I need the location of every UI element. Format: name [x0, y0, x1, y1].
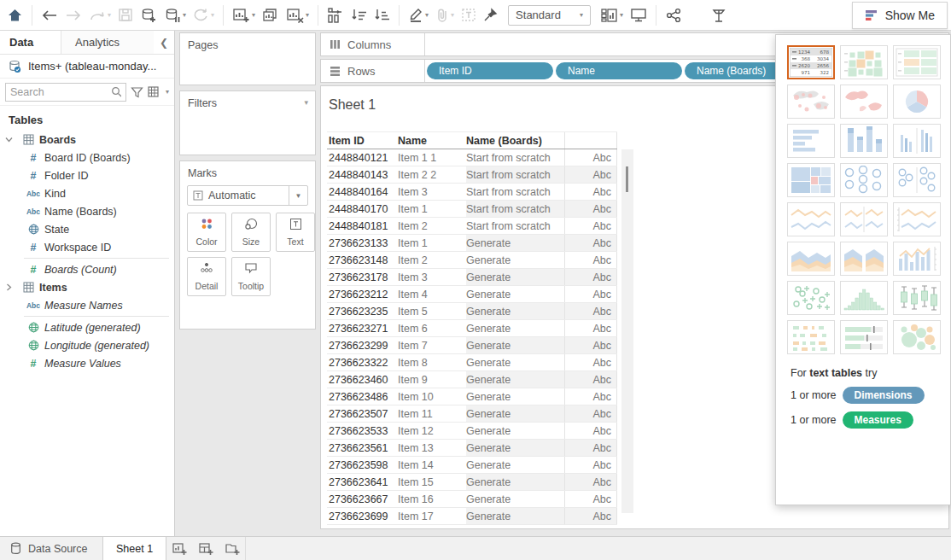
discrete-area-chart-thumbnail[interactable] — [840, 242, 888, 276]
table-cell[interactable]: 2736623533 — [327, 423, 398, 439]
table-cell[interactable]: Abc — [564, 440, 617, 456]
clear-sheet-icon[interactable]: ▾ — [283, 3, 312, 28]
table-cell[interactable]: Generate — [466, 286, 564, 302]
fix-axes-icon[interactable] — [480, 3, 501, 28]
collapse-pane-icon[interactable]: ❮ — [154, 31, 174, 54]
table-cell[interactable]: Generate — [466, 337, 564, 353]
table-cell[interactable]: Generate — [466, 269, 564, 285]
text-table-chart-thumbnail[interactable]: 1234678368303426202656971322 — [787, 45, 835, 79]
table-cell[interactable]: Generate — [466, 252, 564, 268]
table-cell[interactable]: Item 9 — [398, 371, 466, 388]
table-cell[interactable]: Abc — [564, 166, 617, 183]
circle-views-chart-thumbnail[interactable] — [840, 163, 888, 197]
table-cell[interactable]: Generate — [466, 405, 564, 422]
duplicate-icon[interactable] — [259, 3, 283, 28]
box-and-whisker-chart-thumbnail[interactable] — [893, 281, 941, 315]
table-cell[interactable]: Abc — [564, 201, 617, 217]
table-cell[interactable]: 2736623322 — [327, 354, 398, 370]
table-cell[interactable]: Generate — [466, 235, 564, 251]
table-cell[interactable]: Item 1 — [398, 235, 466, 251]
table-cell[interactable]: Abc — [564, 320, 617, 336]
pill-name[interactable]: Name — [556, 62, 682, 79]
new-data-source-icon[interactable] — [137, 3, 160, 28]
field-name-boards[interactable]: AbcName (Boards) — [0, 202, 174, 220]
table-cell[interactable]: 2736623148 — [327, 252, 398, 268]
table-cell[interactable]: Start from scratch — [466, 166, 564, 183]
field-folder-id[interactable]: #Folder ID — [0, 166, 174, 184]
table-cell[interactable]: Abc — [564, 457, 617, 473]
pause-auto-updates-icon[interactable]: ▾ — [160, 3, 190, 28]
size-button[interactable]: Size — [231, 213, 271, 252]
view-options-icon[interactable] — [148, 86, 160, 97]
table-boards[interactable]: Boards — [0, 131, 174, 149]
table-cell[interactable]: Generate — [466, 457, 564, 473]
mark-type-dropdown[interactable]: Automatic ▼ — [187, 185, 308, 206]
table-cell[interactable]: Item 16 — [398, 491, 466, 507]
table-cell[interactable]: Start from scratch — [466, 149, 564, 166]
data-source-tab[interactable]: Data Source — [0, 537, 102, 560]
table-cell[interactable]: 2736623178 — [327, 269, 398, 285]
chevron-down-icon[interactable]: ▾ — [166, 88, 169, 96]
table-cell[interactable]: Abc — [564, 491, 617, 507]
color-button[interactable]: Color — [187, 213, 226, 252]
table-cell[interactable]: Abc — [564, 252, 617, 268]
field-workspace-id[interactable]: #Workspace ID — [0, 238, 174, 256]
table-cell[interactable]: 2736623598 — [327, 457, 398, 473]
packed-bubbles-chart-thumbnail[interactable] — [893, 320, 941, 354]
bullet-graph-chart-thumbnail[interactable] — [840, 320, 888, 354]
table-cell[interactable]: 2736623271 — [327, 320, 398, 336]
table-cell[interactable]: Abc — [564, 218, 617, 234]
table-cell[interactable]: Abc — [564, 235, 617, 251]
table-cell[interactable]: Generate — [466, 354, 564, 370]
column-header[interactable]: Name (Boards) — [466, 132, 564, 149]
tab-analytics[interactable]: Analytics — [61, 31, 154, 54]
table-cell[interactable]: Item 4 — [398, 286, 466, 302]
new-dashboard-button[interactable] — [193, 537, 219, 560]
table-cell[interactable]: Abc — [564, 337, 617, 353]
new-worksheet-button[interactable] — [166, 537, 193, 560]
heat-map-chart-thumbnail[interactable] — [840, 45, 888, 79]
field-boards-count[interactable]: #Boards (Count) — [0, 260, 174, 278]
gantt-chart-thumbnail[interactable] — [787, 320, 835, 354]
table-cell[interactable]: Generate — [466, 303, 564, 319]
scrollbar-thumb[interactable] — [626, 166, 628, 192]
field-state[interactable]: State — [0, 220, 174, 238]
table-cell[interactable]: 2736623699 — [327, 508, 398, 524]
filled-map-chart-thumbnail[interactable] — [840, 85, 888, 119]
table-cell[interactable]: Abc — [564, 184, 617, 200]
table-cell[interactable]: 2448840181 — [327, 218, 398, 234]
stacked-bars-chart-thumbnail[interactable] — [840, 124, 888, 158]
pie-chart-chart-thumbnail[interactable] — [893, 85, 941, 119]
detail-button[interactable]: Detail — [187, 257, 226, 296]
column-header[interactable]: Item ID — [327, 132, 398, 149]
show-hide-cards-icon[interactable]: ▾ — [598, 3, 627, 28]
side-by-side-bars-chart-thumbnail[interactable] — [893, 124, 941, 158]
table-cell[interactable]: Item 13 — [398, 440, 466, 456]
table-cell[interactable]: 2736623235 — [327, 303, 398, 319]
table-cell[interactable]: Item 7 — [398, 337, 466, 353]
field-longitude-generated[interactable]: Longitude (generated) — [0, 336, 174, 354]
table-cell[interactable]: 2736623212 — [327, 286, 398, 302]
table-cell[interactable]: Item 17 — [398, 508, 466, 524]
back-icon[interactable] — [38, 3, 61, 28]
table-cell[interactable]: Item 14 — [398, 457, 466, 473]
table-cell[interactable]: Item 8 — [398, 354, 466, 370]
table-cell[interactable]: 2448840164 — [327, 184, 398, 200]
table-items[interactable]: Items — [0, 278, 174, 296]
chevron-down-icon[interactable]: ▼ — [289, 186, 307, 205]
table-cell[interactable]: Abc — [564, 286, 617, 302]
table-cell[interactable]: Item 10 — [398, 388, 466, 405]
table-cell[interactable]: Item 1 1 — [398, 149, 466, 166]
table-cell[interactable]: Item 6 — [398, 320, 466, 336]
treemap-chart-thumbnail[interactable] — [787, 163, 835, 197]
table-cell[interactable]: 2448840170 — [327, 201, 398, 217]
table-cell[interactable]: Start from scratch — [466, 218, 564, 234]
new-story-button[interactable] — [219, 537, 246, 560]
highlight-icon[interactable]: ▾ — [405, 3, 432, 28]
table-cell[interactable]: 2736623486 — [327, 388, 398, 405]
column-header[interactable]: Name — [398, 132, 466, 149]
new-worksheet-icon[interactable]: ▾ — [229, 3, 259, 28]
table-cell[interactable]: Abc — [564, 303, 617, 319]
dual-lines-chart-thumbnail[interactable] — [893, 202, 941, 236]
table-cell[interactable]: Abc — [564, 269, 617, 285]
